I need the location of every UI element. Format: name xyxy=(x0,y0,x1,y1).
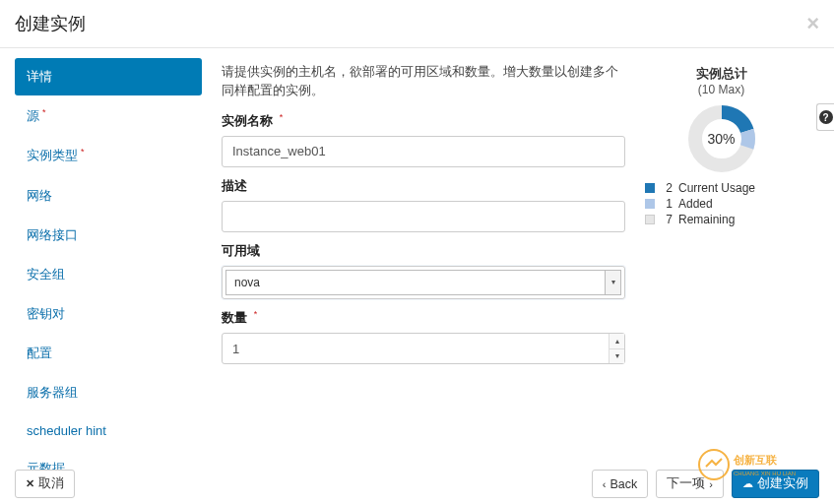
description-label: 描述 xyxy=(222,177,625,195)
sidebar-item-label: 网络接口 xyxy=(27,227,78,242)
availability-zone-label: 可用域 xyxy=(222,242,625,260)
required-star-icon: * xyxy=(254,309,258,319)
sidebar-item-label: 源 xyxy=(27,108,39,123)
cancel-button-label: 取消 xyxy=(38,475,64,492)
sidebar-item-security-groups[interactable]: 安全组 xyxy=(15,256,202,293)
legend-row-remaining: 7 Remaining xyxy=(645,213,798,226)
close-icon: ✕ xyxy=(26,477,34,490)
sidebar-item-details[interactable]: 详情 xyxy=(15,58,202,95)
sidebar-item-label: 服务器组 xyxy=(27,385,78,400)
sidebar-item-label: 实例类型 xyxy=(27,149,78,163)
legend-label: Added xyxy=(678,197,713,211)
count-input[interactable] xyxy=(222,333,625,364)
legend-row-current: 2 Current Usage xyxy=(645,181,798,195)
close-icon[interactable]: × xyxy=(806,13,819,34)
count-label: 数量 * xyxy=(222,309,625,327)
sidebar-item-network[interactable]: 网络 xyxy=(15,177,202,215)
back-button-label: Back xyxy=(610,477,638,491)
legend-label: Current Usage xyxy=(678,181,755,195)
form-intro: 请提供实例的主机名，欲部署的可用区域和数量。增大数量以创建多个同样配置的实例。 xyxy=(222,63,625,100)
legend-swatch-icon xyxy=(645,199,655,209)
legend-value: 2 xyxy=(661,181,673,195)
legend-swatch-icon xyxy=(645,215,655,224)
sidebar-item-server-groups[interactable]: 服务器组 xyxy=(15,374,202,411)
chevron-left-icon: ‹ xyxy=(603,478,607,490)
modal-body: 详情 源* 实例类型* 网络 网络接口 安全组 密钥对 配置 服务器组 sche… xyxy=(0,48,834,472)
instance-name-input[interactable] xyxy=(222,136,625,167)
sidebar-item-configuration[interactable]: 配置 xyxy=(15,335,202,372)
instance-name-label: 实例名称 * xyxy=(222,112,625,130)
stepper-up-icon[interactable]: ▴ xyxy=(609,334,624,349)
summary-max: (10 Max) xyxy=(645,83,798,96)
sidebar-item-flavor[interactable]: 实例类型* xyxy=(15,137,202,174)
required-star-icon: * xyxy=(81,147,85,157)
donut-legend: 2 Current Usage 1 Added 7 Remaining xyxy=(645,181,798,226)
chevron-down-icon: ▾ xyxy=(606,270,621,295)
count-stepper: ▴ ▾ xyxy=(609,334,624,363)
cloud-upload-icon: ☁ xyxy=(742,477,753,490)
required-star-icon: * xyxy=(42,107,46,117)
required-star-icon: * xyxy=(280,112,284,122)
help-icon: ? xyxy=(819,110,833,124)
legend-label: Remaining xyxy=(678,213,735,226)
sidebar-item-label: scheduler hint xyxy=(27,423,106,438)
sidebar-item-scheduler-hint[interactable]: scheduler hint xyxy=(15,413,202,448)
description-input[interactable] xyxy=(222,201,625,232)
legend-swatch-icon xyxy=(645,183,655,193)
availability-zone-value: nova xyxy=(225,270,606,295)
next-button[interactable]: 下一项 › xyxy=(656,470,724,498)
legend-value: 1 xyxy=(661,197,673,211)
modal-footer: ✕ 取消 ‹ Back 下一项 › ☁ 创建实例 xyxy=(0,462,834,504)
sidebar-item-source[interactable]: 源* xyxy=(15,97,202,135)
usage-donut-chart: 30% xyxy=(687,104,756,173)
sidebar-item-label: 详情 xyxy=(27,69,52,84)
chevron-right-icon: › xyxy=(709,478,713,490)
back-button[interactable]: ‹ Back xyxy=(592,470,648,498)
sidebar-item-label: 安全组 xyxy=(27,267,65,282)
sidebar-item-label: 配置 xyxy=(27,346,52,360)
donut-percent-text: 30% xyxy=(687,104,756,173)
cancel-button[interactable]: ✕ 取消 xyxy=(15,470,75,498)
availability-zone-select[interactable]: nova ▾ xyxy=(222,266,625,299)
help-tab[interactable]: ? xyxy=(816,103,834,131)
instance-summary: 实例总计 (10 Max) 30% 2 Current Usage xyxy=(645,63,798,472)
legend-row-added: 1 Added xyxy=(645,197,798,211)
stepper-down-icon[interactable]: ▾ xyxy=(609,349,624,364)
summary-title: 实例总计 xyxy=(645,65,798,83)
footer-right-group: ‹ Back 下一项 › ☁ 创建实例 xyxy=(592,470,819,498)
sidebar-item-keypair[interactable]: 密钥对 xyxy=(15,295,202,333)
create-instance-button[interactable]: ☁ 创建实例 xyxy=(732,470,819,498)
sidebar-item-label: 网络 xyxy=(27,188,52,203)
create-button-label: 创建实例 xyxy=(757,475,808,492)
modal-title: 创建实例 xyxy=(15,12,86,35)
form-left: 请提供实例的主机名，欲部署的可用区域和数量。增大数量以创建多个同样配置的实例。 … xyxy=(222,63,625,472)
sidebar-item-label: 密钥对 xyxy=(27,306,65,321)
form-area: 请提供实例的主机名，欲部署的可用区域和数量。增大数量以创建多个同样配置的实例。 … xyxy=(202,48,834,472)
legend-value: 7 xyxy=(661,213,673,226)
wizard-sidebar: 详情 源* 实例类型* 网络 网络接口 安全组 密钥对 配置 服务器组 sche… xyxy=(0,48,202,472)
modal-header: 创建实例 × xyxy=(0,0,834,48)
next-button-label: 下一项 xyxy=(667,475,705,492)
sidebar-item-network-ports[interactable]: 网络接口 xyxy=(15,217,202,254)
